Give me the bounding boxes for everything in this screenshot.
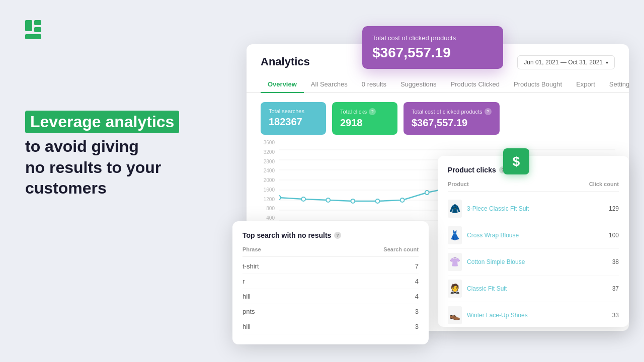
svg-point-14 — [400, 198, 405, 202]
product-row: 👗 Cross Wrap Blouse 100 — [448, 222, 619, 249]
logo-block-2 — [34, 20, 41, 25]
product-img-1: 🧥 — [448, 200, 462, 218]
product-row: 👚 Cotton Simple Blouse 38 — [448, 249, 619, 276]
search-row: pnts 3 — [243, 304, 419, 319]
product-clicks-panel: Product clicks ? Product Click count 🧥 3… — [438, 156, 629, 327]
cost-tooltip: Total cost of clicked products $367,557.… — [362, 26, 503, 69]
product-count-1: 129 — [609, 205, 619, 212]
tab-export[interactable]: Export — [569, 76, 602, 93]
product-img-4: 🤵 — [448, 280, 462, 298]
stat-card-cost: Total cost of clicked products ? $367,55… — [404, 102, 500, 135]
svg-point-12 — [351, 199, 355, 203]
info-icon-top-searches[interactable]: ? — [334, 232, 341, 239]
logo-block-3 — [34, 27, 41, 32]
stat-card-searches: Total searches 182367 — [261, 102, 326, 135]
hero-text: to avoid giving no results to your custo… — [25, 136, 216, 199]
tab-products-bought[interactable]: Products Bought — [507, 76, 569, 93]
nav-tabs: Overview All Searches 0 results Suggesti… — [247, 76, 629, 93]
search-row: r 4 — [243, 274, 419, 289]
svg-point-9 — [279, 196, 281, 200]
stat-label-clicks: Total clicks ? — [340, 108, 389, 115]
hero-highlight: Leverage analytics — [25, 111, 179, 133]
search-row: hill 4 — [243, 289, 419, 304]
cost-tooltip-value: $367,557.19 — [372, 45, 493, 61]
logo-block-1 — [25, 20, 32, 31]
logo-block-4 — [25, 34, 41, 39]
product-clicks-rows: 🧥 3-Piece Classic Fit Suit 129 👗 Cross W… — [448, 196, 619, 327]
svg-point-15 — [425, 191, 429, 195]
product-count-5: 33 — [612, 312, 619, 319]
svg-point-11 — [326, 198, 330, 202]
search-table-header: Phrase Search count — [243, 246, 419, 257]
app-logo — [25, 20, 41, 39]
date-picker[interactable]: Jun 01, 2021 — Oct 31, 2021 ▾ — [517, 55, 615, 69]
hero-section: Leverage analytics to avoid giving no re… — [25, 111, 216, 199]
product-row: 🤵 Classic Fit Suit 37 — [448, 276, 619, 302]
product-name-4[interactable]: Classic Fit Suit — [467, 285, 607, 292]
product-count-2: 100 — [609, 232, 619, 239]
product-img-3: 👚 — [448, 253, 462, 271]
dollar-icon: $ — [503, 148, 529, 174]
product-img-5: 👞 — [448, 306, 462, 324]
chevron-down-icon: ▾ — [606, 60, 608, 65]
stat-label-cost: Total cost of clicked products ? — [412, 108, 492, 115]
product-row: 👞 Winter Lace-Up Shoes 33 — [448, 302, 619, 327]
svg-point-10 — [301, 197, 305, 201]
tab-suggestions[interactable]: Suggestions — [393, 76, 444, 93]
product-name-5[interactable]: Winter Lace-Up Shoes — [467, 312, 607, 319]
product-count-4: 37 — [612, 285, 619, 292]
product-name-2[interactable]: Cross Wrap Blouse — [467, 232, 604, 239]
stat-label-searches: Total searches — [269, 108, 318, 114]
top-searches-panel: Top search with no results ? Phrase Sear… — [232, 221, 429, 344]
search-rows: t-shirt 7 r 4 hill 4 pnts 3 hill 3 — [243, 259, 419, 334]
stat-value-searches: 182367 — [269, 116, 318, 128]
tab-products-clicked[interactable]: Products Clicked — [444, 76, 507, 93]
svg-point-13 — [376, 199, 380, 203]
stat-cards: Total searches 182367 Total clicks ? 291… — [247, 93, 629, 135]
stat-value-cost: $367,557.19 — [412, 117, 492, 129]
top-searches-title: Top search with no results ? — [243, 231, 419, 239]
info-icon-cost[interactable]: ? — [485, 108, 492, 115]
stat-value-clicks: 2918 — [340, 117, 389, 129]
product-clicks-table-header: Product Click count — [448, 181, 619, 192]
tab-overview[interactable]: Overview — [261, 76, 304, 93]
product-img-2: 👗 — [448, 226, 462, 244]
product-name-1[interactable]: 3-Piece Classic Fit Suit — [467, 205, 604, 212]
search-row: t-shirt 7 — [243, 259, 419, 274]
y-axis: 3600 3200 2800 2400 2000 1600 1200 800 4… — [261, 140, 279, 230]
product-clicks-title: Product clicks ? — [448, 166, 619, 174]
info-icon-clicks[interactable]: ? — [369, 108, 376, 115]
product-name-3[interactable]: Cotton Simple Blouse — [467, 258, 607, 265]
tab-settings[interactable]: Settings — [602, 76, 629, 93]
tab-0-results[interactable]: 0 results — [355, 76, 393, 93]
product-row: 🧥 3-Piece Classic Fit Suit 129 — [448, 196, 619, 222]
cost-tooltip-label: Total cost of clicked products — [372, 34, 493, 42]
search-row: hill 3 — [243, 319, 419, 334]
stat-card-clicks: Total clicks ? 2918 — [332, 102, 397, 135]
tab-all-searches[interactable]: All Searches — [304, 76, 355, 93]
product-count-3: 38 — [612, 258, 619, 265]
